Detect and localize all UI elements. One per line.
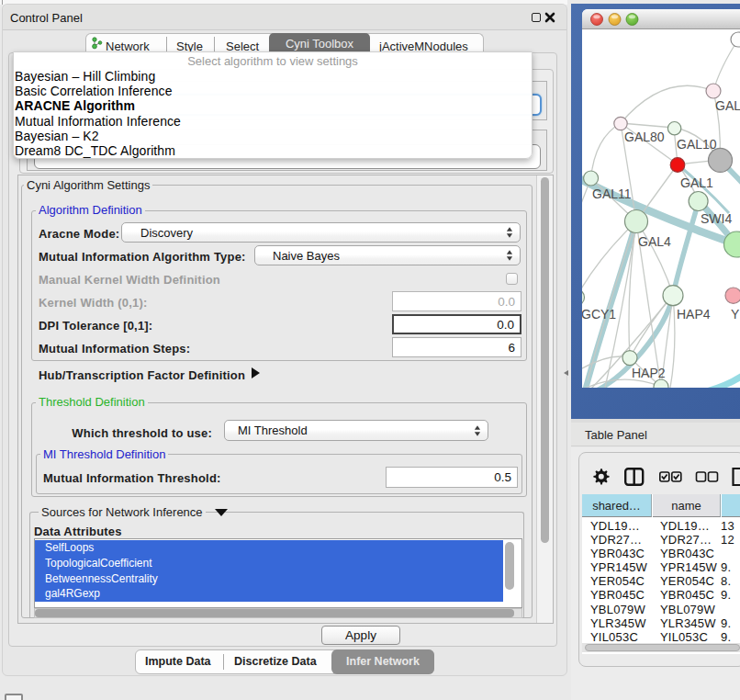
svg-text:GAL4: GAL4 xyxy=(638,234,671,249)
svg-text:GAL80: GAL80 xyxy=(624,130,665,144)
svg-text:HAP4: HAP4 xyxy=(677,307,711,322)
svg-text:GAL7: GAL7 xyxy=(715,98,740,113)
svg-text:GCY1: GCY1 xyxy=(582,307,616,322)
svg-text:GAL10: GAL10 xyxy=(677,137,717,152)
svg-text:HAP2: HAP2 xyxy=(632,366,666,380)
svg-text:Y: Y xyxy=(731,307,740,322)
svg-text:SWI4: SWI4 xyxy=(701,211,732,226)
svg-text:GAL11: GAL11 xyxy=(592,186,632,201)
svg-text:GAL1: GAL1 xyxy=(680,175,713,190)
